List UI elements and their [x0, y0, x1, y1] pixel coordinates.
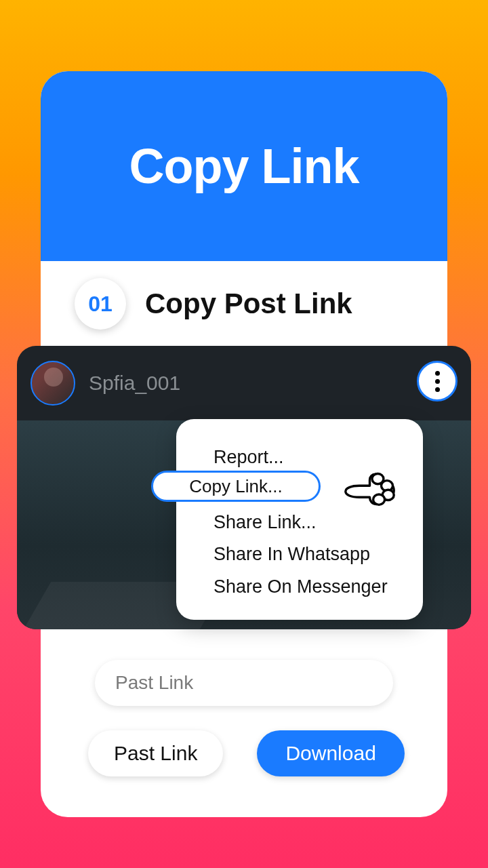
- link-input-placeholder: Past Link: [115, 672, 193, 694]
- step-title: Copy Post Link: [145, 288, 352, 320]
- popup-item-share-messenger[interactable]: Share On Messenger: [214, 574, 416, 600]
- download-button[interactable]: Download: [257, 730, 404, 776]
- dot-icon: [435, 371, 440, 376]
- header-title: Copy Link: [129, 138, 359, 194]
- step-number-badge: 01: [75, 278, 126, 330]
- popup-item-share-whatsapp[interactable]: Share In Whatsapp: [214, 542, 416, 568]
- popup-item-share-link[interactable]: Share Link...: [214, 510, 416, 536]
- button-row: Past Link Download: [88, 730, 441, 776]
- header: Copy Link: [41, 71, 447, 261]
- pointing-hand-icon: [341, 463, 399, 511]
- dot-icon: [435, 387, 440, 392]
- dot-icon: [435, 379, 440, 384]
- download-label: Download: [285, 742, 375, 765]
- username: Spfia_001: [89, 372, 180, 395]
- svg-point-3: [373, 494, 385, 505]
- post-header: Spfia_001: [17, 346, 471, 420]
- options-popup: Report... x Share Link... Share In Whats…: [176, 419, 423, 620]
- step-row: 01 Copy Post Link: [41, 261, 447, 347]
- link-input[interactable]: Past Link: [95, 660, 393, 706]
- avatar: [30, 361, 75, 406]
- more-options-button[interactable]: [417, 361, 458, 401]
- past-link-label: Past Link: [114, 742, 197, 765]
- popup-item-copy-link[interactable]: Copy Link...: [151, 471, 321, 502]
- past-link-button[interactable]: Past Link: [88, 730, 223, 776]
- copy-link-label: Copy Link...: [189, 476, 282, 497]
